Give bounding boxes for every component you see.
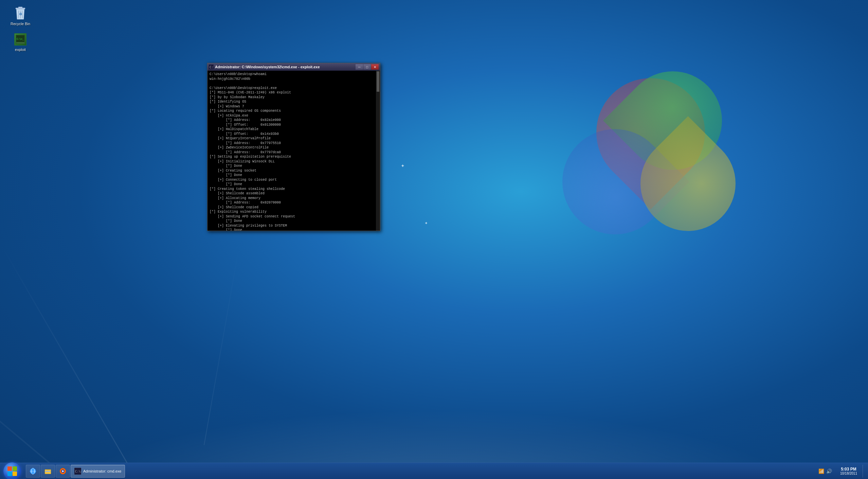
- taskbar-items: C:\> Administrator: cmd.exe: [24, 463, 126, 479]
- svg-rect-23: [47, 471, 49, 472]
- cmd-output[interactable]: C:\Users\n00b\Desktop>whoami win-hnjgh19…: [207, 71, 376, 231]
- svg-text:C:\: C:\: [210, 66, 214, 69]
- cmd-titlebar[interactable]: C:\ Administrator: C:\Windows\system32\c…: [207, 63, 380, 71]
- svg-rect-15: [13, 472, 17, 476]
- svg-rect-13: [13, 466, 17, 471]
- start-orb[interactable]: [3, 462, 21, 479]
- svg-rect-14: [7, 472, 12, 476]
- start-button[interactable]: [0, 463, 24, 479]
- cmd-taskbar-icon: C:\>: [74, 468, 81, 475]
- explorer-icon: [44, 468, 51, 475]
- cmd-title-text: Administrator: C:\Windows\system32\cmd.e…: [215, 65, 320, 69]
- exploit-label: exploit: [15, 48, 26, 52]
- recycle-bin-label: Recycle Bin: [11, 22, 30, 26]
- scrollbar-thumb[interactable]: [377, 71, 379, 92]
- windows-logo: [528, 61, 766, 299]
- svg-rect-22: [46, 471, 47, 472]
- taskbar-item-ie[interactable]: [26, 465, 40, 478]
- svg-rect-9: [16, 42, 24, 43]
- svg-rect-24: [49, 471, 50, 472]
- desktop: ✦ ✦ ✦ ✦ ♻ Recycle: [0, 0, 868, 479]
- cmd-taskbar-label: Administrator: cmd.exe: [83, 469, 121, 473]
- show-desktop-button[interactable]: [863, 465, 865, 478]
- cmd-window-icon: C:\: [209, 65, 214, 69]
- taskbar-item-explorer[interactable]: [41, 465, 55, 478]
- desktop-icons-area: ♻ Recycle Bin C:\>_ exploit: [0, 0, 41, 65]
- cmd-scrollbar[interactable]: [376, 71, 380, 231]
- exploit-image: C:\>_: [14, 33, 27, 46]
- taskbar-item-wmp[interactable]: [56, 465, 70, 478]
- ie-icon: [30, 468, 36, 475]
- clock[interactable]: 5:03 PM 10/18/2011: [837, 467, 860, 475]
- svg-text:♻: ♻: [19, 12, 22, 16]
- cmd-window: C:\ Administrator: C:\Windows\system32\c…: [207, 63, 380, 231]
- wmp-icon: [59, 468, 66, 475]
- clock-time: 5:03 PM: [841, 467, 856, 472]
- network-tray-icon[interactable]: 📶: [818, 468, 824, 474]
- maximize-button[interactable]: □: [363, 64, 371, 70]
- taskbar-right: 📶 🔊 5:03 PM 10/18/2011: [813, 463, 868, 479]
- windows-logo-icon: [6, 465, 18, 477]
- taskbar: C:\> Administrator: cmd.exe 📶 🔊 5:03 PM …: [0, 463, 868, 479]
- titlebar-buttons: ─ □ ✕: [356, 64, 379, 70]
- sparkle-4: ✦: [401, 163, 405, 168]
- system-tray: 📶 🔊: [816, 468, 835, 474]
- svg-text:C:\>_: C:\>_: [17, 38, 24, 40]
- svg-rect-1: [18, 7, 22, 8]
- minimize-button[interactable]: ─: [356, 64, 363, 70]
- recycle-bin-image: ♻: [14, 7, 27, 20]
- recycle-bin-icon[interactable]: ♻ Recycle Bin: [7, 7, 34, 26]
- clock-date: 10/18/2011: [840, 472, 857, 475]
- sparkle-2: ✦: [424, 221, 428, 226]
- svg-rect-12: [7, 466, 12, 471]
- exploit-icon[interactable]: C:\>_ exploit: [7, 33, 34, 52]
- volume-tray-icon[interactable]: 🔊: [826, 468, 832, 474]
- svg-text:C:\>: C:\>: [75, 470, 81, 473]
- close-button[interactable]: ✕: [371, 64, 379, 70]
- taskbar-item-cmd[interactable]: C:\> Administrator: cmd.exe: [71, 465, 125, 478]
